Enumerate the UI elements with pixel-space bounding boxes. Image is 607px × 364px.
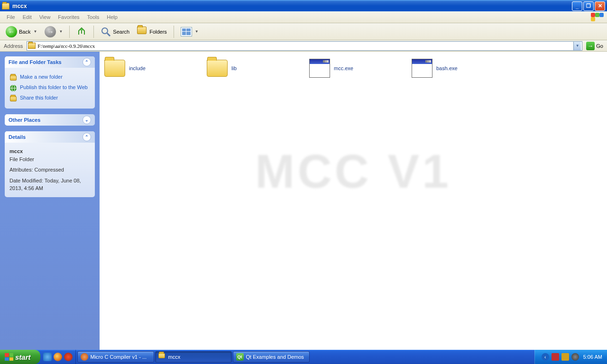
address-label: Address [2, 43, 25, 49]
menu-favorites[interactable]: Favorites [54, 13, 83, 21]
search-button[interactable]: Search [98, 25, 132, 38]
folder-icon [28, 43, 36, 49]
restore-button[interactable]: ❐ [583, 1, 594, 11]
close-button[interactable]: ✕ [595, 1, 605, 11]
forward-button[interactable]: → ▼ [42, 25, 65, 39]
watermark-text: MCC V1 [255, 144, 451, 198]
toolbar-separator [69, 26, 70, 38]
collapse-icon: ⌃ [83, 58, 91, 66]
back-button[interactable]: ← Back ▼ [3, 25, 40, 39]
file-item-include[interactable]: include [101, 56, 204, 80]
folders-label: Folders [149, 29, 167, 35]
taskbar-clock[interactable]: 5:06 AM [583, 354, 602, 360]
forward-icon: → [45, 26, 56, 37]
window-title: mccx [12, 3, 27, 9]
details-header[interactable]: Details ⌃ [5, 131, 95, 143]
tray-icon[interactable] [561, 353, 569, 361]
other-places-box: Other Places ⌄ [5, 114, 95, 126]
go-icon: → [586, 42, 595, 50]
task-publish[interactable]: Publish this folder to the Web [9, 83, 90, 93]
taskbar-app-label: Qt Examples and Demos [246, 354, 304, 360]
address-dropdown-icon[interactable]: ▼ [573, 42, 581, 50]
share-folder-icon [9, 95, 17, 102]
ie-icon[interactable] [43, 353, 52, 361]
file-item-mcc-exe[interactable]: mcc.exe [306, 56, 409, 80]
back-dropdown-icon[interactable]: ▼ [33, 29, 37, 34]
taskbar-app-micro-c[interactable]: Micro C Compiler v1 - ... [77, 351, 154, 363]
windows-logo-icon [5, 353, 13, 361]
details-modified: Date Modified: Today, June 08, 2013, 4:5… [9, 177, 90, 192]
go-button[interactable]: → Go [584, 42, 605, 50]
system-tray[interactable]: ‹ 5:06 AM [534, 350, 607, 364]
taskbar-app-label: mccx [168, 354, 181, 360]
collapse-icon: ⌃ [83, 133, 91, 141]
up-button[interactable] [74, 25, 90, 38]
tasks-title: File and Folder Tasks [9, 59, 62, 65]
minimize-button[interactable]: _ [572, 1, 582, 11]
quick-launch [40, 350, 76, 364]
menu-tools[interactable]: Tools [83, 13, 103, 21]
toolbar-separator [174, 26, 174, 38]
search-label: Search [113, 29, 129, 35]
start-button[interactable]: start [0, 350, 40, 364]
file-folder-tasks-box: File and Folder Tasks ⌃ Make a new folde… [5, 56, 95, 109]
svg-point-0 [102, 28, 108, 34]
taskbar-buttons: Micro C Compiler v1 - ... mccx Qt Qt Exa… [76, 350, 534, 364]
folders-icon [137, 27, 147, 37]
back-label: Back [19, 29, 30, 35]
back-icon: ← [6, 26, 17, 37]
other-places-title: Other Places [9, 117, 40, 123]
details-name: mccx [9, 147, 90, 155]
toolbar-separator [93, 26, 94, 38]
folder-icon [158, 353, 166, 361]
taskbar-app-qt[interactable]: Qt Qt Examples and Demos [233, 351, 310, 363]
menu-bar: File Edit View Favorites Tools Help [0, 11, 607, 23]
menu-help[interactable]: Help [103, 13, 121, 21]
folder-icon [104, 60, 125, 77]
tray-icon[interactable] [552, 353, 559, 361]
firefox-icon [81, 353, 88, 361]
folder-icon [207, 60, 228, 77]
main-area: File and Folder Tasks ⌃ Make a new folde… [0, 52, 607, 350]
expand-icon: ⌄ [83, 116, 91, 124]
other-places-header[interactable]: Other Places ⌄ [5, 114, 95, 126]
firefox-icon[interactable] [64, 353, 73, 361]
address-combo[interactable]: ▼ [27, 41, 582, 51]
address-input[interactable] [37, 43, 573, 49]
file-label: mcc.exe [334, 65, 353, 71]
windows-flag-icon [591, 13, 604, 21]
file-label: lib [231, 65, 237, 71]
views-dropdown-icon[interactable]: ▼ [195, 29, 199, 34]
file-item-lib[interactable]: lib [204, 56, 306, 80]
svg-line-1 [107, 33, 110, 36]
exe-icon [412, 59, 432, 78]
details-type: File Folder [9, 155, 90, 164]
forward-dropdown-icon[interactable]: ▼ [59, 29, 63, 34]
tray-icon[interactable] [571, 353, 579, 361]
task-share[interactable]: Share this folder [9, 93, 90, 104]
chrome-icon[interactable] [54, 353, 62, 361]
qt-icon: Qt [236, 353, 244, 361]
tasks-panel: File and Folder Tasks ⌃ Make a new folde… [0, 52, 100, 350]
task-new-folder[interactable]: Make a new folder [9, 73, 90, 83]
file-list-pane[interactable]: include lib mcc.exe bash.exe MCC V1 [100, 52, 607, 350]
exe-icon [309, 59, 330, 78]
globe-icon [9, 84, 17, 92]
address-bar: Address ▼ → Go [0, 40, 607, 52]
search-icon [101, 27, 111, 37]
go-label: Go [596, 43, 603, 49]
menu-file[interactable]: File [3, 13, 19, 21]
file-item-bash-exe[interactable]: bash.exe [409, 56, 511, 80]
folders-button[interactable]: Folders [134, 25, 170, 38]
file-folder-tasks-header[interactable]: File and Folder Tasks ⌃ [5, 56, 95, 68]
views-button[interactable]: ▼ [178, 26, 202, 38]
taskbar-app-mccx[interactable]: mccx [155, 351, 232, 363]
menu-view[interactable]: View [36, 13, 55, 21]
details-title: Details [9, 134, 26, 140]
window-titlebar: mccx _ ❐ ✕ [0, 0, 607, 11]
tray-hide-icon[interactable]: ‹ [542, 353, 549, 361]
taskbar: start Micro C Compiler v1 - ... mccx Qt … [0, 350, 607, 364]
standard-toolbar: ← Back ▼ → ▼ Search Folders ▼ [0, 23, 607, 40]
details-attributes: Attributes: Compressed [9, 166, 90, 174]
menu-edit[interactable]: Edit [19, 13, 36, 21]
